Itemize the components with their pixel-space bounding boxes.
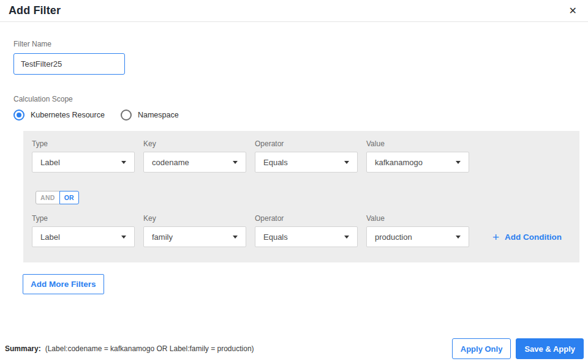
condition2-key-field: Key family [143, 214, 246, 247]
operator-label: Operator [255, 214, 358, 223]
chevron-down-icon [233, 236, 238, 239]
filter-name-label: Filter Name [13, 40, 588, 48]
filter-name-input[interactable] [13, 53, 125, 75]
condition2-operator-field: Operator Equals [255, 214, 358, 247]
condition-row-2: Type Label Key family Operator [32, 214, 571, 247]
selected-value: family [152, 232, 173, 242]
dialog-body: Filter Name Calculation Scope Kubernetes… [0, 22, 588, 294]
condition2-value-select[interactable]: production [366, 226, 469, 247]
value-label: Value [366, 139, 469, 148]
selected-value: codename [152, 158, 189, 167]
selected-value: kafkanamogo [375, 158, 423, 167]
dialog-header: Add Filter ✕ [0, 0, 588, 22]
condition2-value-field: Value production [366, 214, 469, 247]
condition1-key-field: Key codename [143, 139, 246, 173]
type-label: Type [32, 139, 135, 148]
chevron-down-icon [344, 161, 349, 164]
selected-value: production [375, 232, 412, 242]
summary-text: (Label:codename = kafkanamogo OR Label:f… [45, 344, 254, 353]
selected-value: Label [40, 232, 60, 242]
chevron-down-icon [344, 236, 349, 239]
selected-value: Label [40, 158, 60, 167]
operator-label: Operator [255, 139, 358, 148]
radio-kubernetes-resource[interactable]: Kubernetes Resource [13, 110, 105, 121]
condition1-operator-select[interactable]: Equals [255, 152, 358, 173]
key-label: Key [143, 139, 246, 148]
condition1-value-select[interactable]: kafkanamogo [366, 152, 469, 173]
and-toggle-button[interactable]: AND [36, 191, 60, 204]
conditions-panel: Type Label Key codename Operator [23, 131, 579, 262]
save-and-apply-button[interactable]: Save & Apply [516, 338, 584, 359]
condition2-type-field: Type Label [32, 214, 135, 247]
chevron-down-icon [456, 161, 461, 164]
or-toggle-button[interactable]: OR [59, 191, 79, 204]
dialog-footer: Summary: (Label:codename = kafkanamogo O… [5, 338, 584, 359]
add-more-filters-button[interactable]: Add More Filters [23, 274, 104, 294]
radio-selected-icon [13, 110, 24, 121]
close-icon[interactable]: ✕ [567, 5, 579, 17]
apply-only-button[interactable]: Apply Only [452, 338, 511, 359]
page-title: Add Filter [9, 4, 61, 17]
condition2-type-select[interactable]: Label [32, 226, 135, 247]
condition1-type-field: Type Label [32, 139, 135, 173]
condition1-type-select[interactable]: Label [32, 152, 135, 173]
selected-value: Equals [263, 158, 288, 167]
chevron-down-icon [121, 236, 126, 239]
radio-label: Kubernetes Resource [31, 111, 105, 119]
add-filter-dialog: Add Filter ✕ Filter Name Calculation Sco… [0, 0, 588, 364]
condition2-key-select[interactable]: family [143, 226, 246, 247]
condition1-operator-field: Operator Equals [255, 139, 358, 173]
value-label: Value [366, 214, 469, 223]
type-label: Type [32, 214, 135, 223]
condition1-key-select[interactable]: codename [143, 152, 246, 173]
condition2-operator-select[interactable]: Equals [255, 226, 358, 247]
calculation-scope-radiogroup: Kubernetes Resource Namespace [13, 110, 588, 121]
filter-summary: Summary: (Label:codename = kafkanamogo O… [5, 344, 254, 353]
condition1-value-field: Value kafkanamogo [366, 139, 469, 173]
and-or-toggle: AND OR [36, 191, 79, 204]
add-condition-button[interactable]: + Add Condition [492, 226, 562, 247]
chevron-down-icon [456, 236, 461, 239]
calculation-scope-label: Calculation Scope [13, 95, 588, 103]
summary-label: Summary: [5, 344, 41, 353]
radio-namespace[interactable]: Namespace [121, 110, 179, 121]
add-condition-label: Add Condition [505, 232, 562, 242]
key-label: Key [143, 214, 246, 223]
condition-row-1: Type Label Key codename Operator [32, 139, 571, 173]
radio-label: Namespace [138, 111, 179, 119]
radio-unselected-icon [121, 110, 132, 121]
selected-value: Equals [263, 232, 288, 242]
footer-buttons: Apply Only Save & Apply [452, 338, 584, 359]
plus-icon: + [492, 231, 499, 243]
chevron-down-icon [121, 161, 126, 164]
chevron-down-icon [233, 161, 238, 164]
